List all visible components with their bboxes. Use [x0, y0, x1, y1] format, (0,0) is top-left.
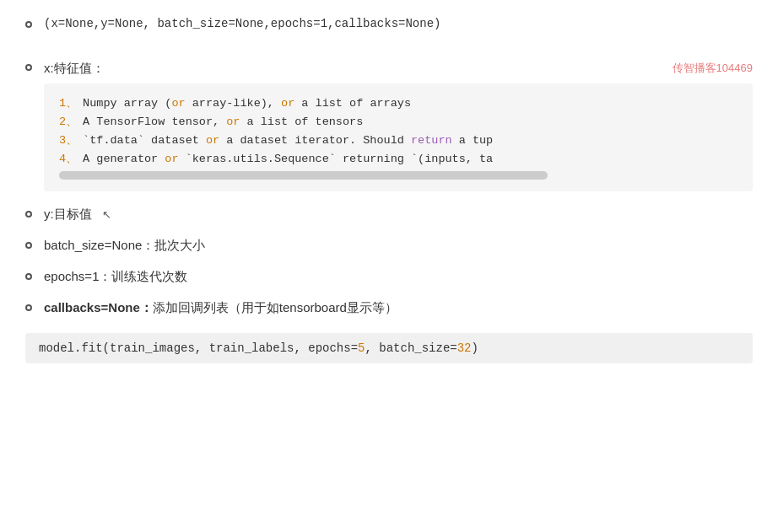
- callbacks-param-label: callbacks=None：添加回调列表（用于如tensorboard显示等）: [44, 300, 397, 314]
- x-param-label: x:特征值：: [44, 61, 105, 77]
- cursor-indicator: ↖: [102, 208, 111, 221]
- bullet-dot-x: [25, 64, 32, 71]
- epochs-param-content: epochs=1：训练迭代次数: [44, 269, 753, 285]
- epochs-param-bullet: epochs=1：训练迭代次数: [25, 269, 753, 285]
- callbacks-bold: callbacks=None：: [44, 300, 153, 314]
- y-param-bullet: y:目标值 ↖: [25, 207, 753, 223]
- bottom-code-block: model.fit(train_images, train_labels, ep…: [25, 333, 753, 363]
- bottom-code-middle: , batch_size=: [365, 341, 457, 355]
- batch-param-bullet: batch_size=None：批次大小: [25, 238, 753, 254]
- code-text-3: `tf.data` dataset or a dataset iterator.…: [83, 134, 493, 147]
- params-line: (x=None,y=None, batch_size=None,epochs=1…: [44, 17, 753, 30]
- callbacks-rest: 添加回调列表（用于如tensorboard显示等）: [153, 300, 397, 314]
- bullet-dot-callbacks: [25, 304, 32, 311]
- bottom-code-prefix: model.fit(train_images, train_labels, ep…: [39, 341, 358, 355]
- line-num-4: 4、: [59, 151, 78, 166]
- code-box: 1、 Numpy array (or array-like), or a lis…: [44, 83, 753, 191]
- code-line-1: 1、 Numpy array (or array-like), or a lis…: [59, 95, 737, 110]
- line-num-1: 1、: [59, 95, 78, 110]
- bottom-code-suffix: ): [472, 341, 478, 355]
- line-num-2: 2、: [59, 114, 78, 129]
- x-param-content: x:特征值： 传智播客104469 1、 Numpy array (or arr…: [44, 61, 753, 191]
- x-label-row: x:特征值： 传智播客104469: [44, 61, 753, 77]
- code-text-2: A TensorFlow tensor, or a list of tensor…: [83, 116, 363, 128]
- callbacks-param-content: callbacks=None：添加回调列表（用于如tensorboard显示等）: [44, 300, 753, 316]
- watermark-text: 传智播客104469: [673, 61, 753, 76]
- x-param-bullet: x:特征值： 传智播客104469 1、 Numpy array (or arr…: [25, 61, 753, 191]
- callbacks-param-bullet: callbacks=None：添加回调列表（用于如tensorboard显示等）: [25, 300, 753, 316]
- bullet-dot: [25, 21, 32, 28]
- y-param-label: y:目标值: [44, 207, 92, 221]
- params-bullet: (x=None,y=None, batch_size=None,epochs=1…: [25, 17, 753, 46]
- y-param-content: y:目标值 ↖: [44, 207, 753, 223]
- code-text-4: A generator or `keras.utils.Sequence` re…: [83, 153, 493, 165]
- batch-param-label: batch_size=None：批次大小: [44, 238, 205, 252]
- code-text-1: Numpy array (or array-like), or a list o…: [83, 97, 411, 110]
- bullet-dot-batch: [25, 242, 32, 249]
- code-line-3: 3、 `tf.data` dataset or a dataset iterat…: [59, 132, 737, 148]
- bullet-dot-y: [25, 211, 32, 218]
- code-line-2: 2、 A TensorFlow tensor, or a list of ten…: [59, 114, 737, 129]
- bullet-dot-epochs: [25, 273, 32, 280]
- batch-param-content: batch_size=None：批次大小: [44, 238, 753, 254]
- code-line-4: 4、 A generator or `keras.utils.Sequence`…: [59, 151, 737, 166]
- scrollbar[interactable]: [59, 171, 548, 180]
- params-text: (x=None,y=None, batch_size=None,epochs=1…: [44, 17, 753, 46]
- batch-value: 32: [457, 341, 472, 355]
- epochs-param-label: epochs=1：训练迭代次数: [44, 269, 187, 283]
- line-num-3: 3、: [59, 132, 78, 148]
